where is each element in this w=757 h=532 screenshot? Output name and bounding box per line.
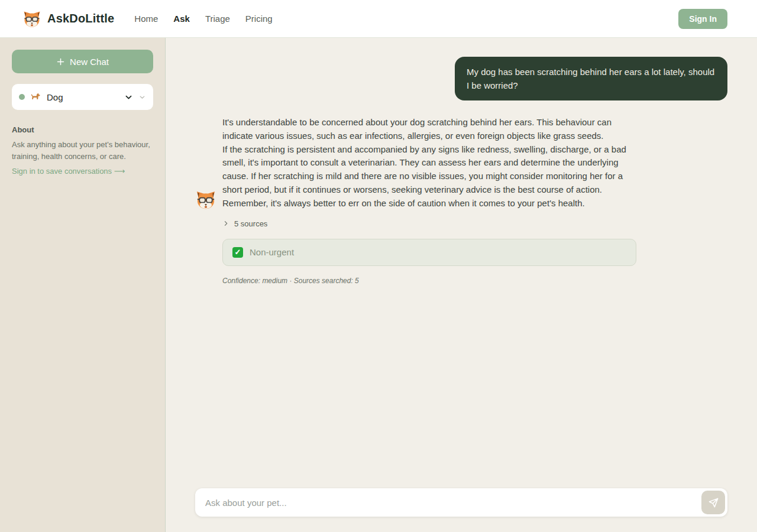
assistant-fox-avatar xyxy=(195,189,216,210)
chevron-right-icon xyxy=(222,220,229,227)
send-button[interactable] xyxy=(701,491,725,514)
brand[interactable]: AskDoLittle xyxy=(22,9,114,28)
nav-home[interactable]: Home xyxy=(134,14,158,24)
check-icon: ✓ xyxy=(232,247,243,258)
sign-in-button[interactable]: Sign In xyxy=(678,9,727,29)
brand-name: AskDoLittle xyxy=(47,12,114,25)
main-nav: Home Ask Triage Pricing xyxy=(134,14,272,24)
chevron-down-native-icon xyxy=(138,93,146,101)
chevron-down-icon xyxy=(124,93,133,102)
nav-pricing[interactable]: Pricing xyxy=(245,14,273,24)
content-area: New Chat Dog About Ask anything about yo… xyxy=(0,38,757,532)
dog-icon xyxy=(30,92,41,103)
plus-icon xyxy=(56,57,65,66)
new-chat-button[interactable]: New Chat xyxy=(12,50,153,73)
message-thread: My dog has been scratching behind her ea… xyxy=(195,38,727,285)
sources-toggle[interactable]: 5 sources xyxy=(222,219,267,228)
nav-triage[interactable]: Triage xyxy=(205,14,230,24)
nav-ask[interactable]: Ask xyxy=(173,14,190,24)
about-text: Ask anything about your pet's behaviour,… xyxy=(12,139,153,163)
triage-label: Non-urgent xyxy=(250,247,294,257)
species-selected-label: Dog xyxy=(47,92,63,102)
about-title: About xyxy=(12,125,153,134)
composer xyxy=(195,488,727,517)
user-message: My dog has been scratching behind her ea… xyxy=(455,57,727,100)
app-root: AskDoLittle Home Ask Triage Pricing Sign… xyxy=(0,0,757,532)
message-input[interactable] xyxy=(198,498,701,508)
assistant-message: It's understandable to be concerned abou… xyxy=(222,116,632,210)
species-selector[interactable]: Dog xyxy=(12,84,153,110)
status-dot xyxy=(19,94,25,100)
user-message-row: My dog has been scratching behind her ea… xyxy=(195,57,727,100)
confidence-meta: Confidence: medium · Sources searched: 5 xyxy=(222,277,727,285)
triage-result-card: ✓ Non-urgent xyxy=(222,239,636,266)
header: AskDoLittle Home Ask Triage Pricing Sign… xyxy=(0,0,757,38)
sign-in-link[interactable]: Sign in to save conversations ⟶ xyxy=(12,167,125,176)
fox-logo-icon xyxy=(22,9,41,28)
new-chat-label: New Chat xyxy=(70,57,109,67)
sidebar: New Chat Dog About Ask anything about yo… xyxy=(0,38,166,532)
chat-main: My dog has been scratching behind her ea… xyxy=(166,38,757,532)
paper-plane-icon xyxy=(708,497,719,508)
assistant-message-row: It's understandable to be concerned abou… xyxy=(195,116,727,210)
sources-label: 5 sources xyxy=(234,219,267,228)
